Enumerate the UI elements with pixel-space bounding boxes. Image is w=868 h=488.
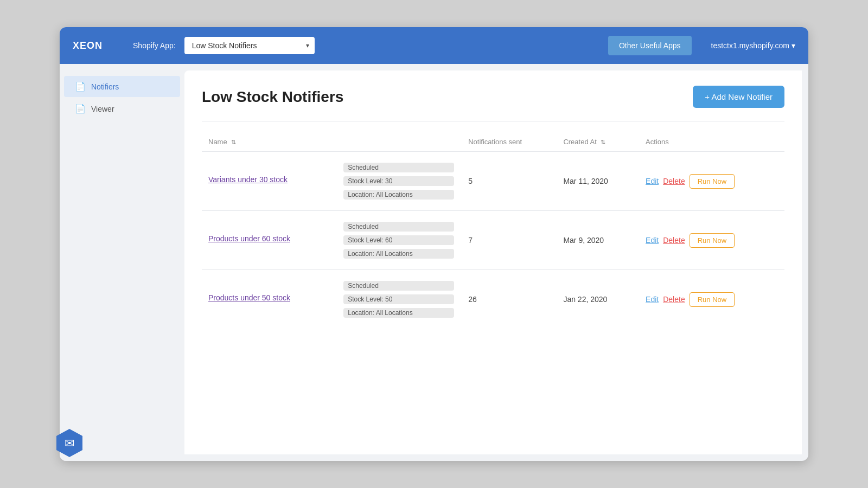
edit-button[interactable]: Edit [646, 236, 659, 245]
run-now-button[interactable]: Run Now [690, 174, 735, 189]
row-name-cell: Variants under 30 stock [202, 152, 337, 211]
row-created-at: Mar 11, 2020 [557, 152, 639, 211]
col-actions: Actions [639, 132, 784, 152]
col-created-at-label: Created At [563, 138, 596, 146]
divider [202, 121, 784, 121]
page-header: Low Stock Notifiers + Add New Notifier [202, 86, 784, 108]
row-tags-cell: ScheduledStock Level: 50Location: All Lo… [337, 270, 462, 329]
tag: Location: All Locations [343, 190, 454, 200]
table-row: Products under 50 stockScheduledStock Le… [202, 270, 784, 329]
sort-icon-created[interactable]: ⇅ [601, 139, 605, 146]
edit-button[interactable]: Edit [646, 295, 659, 304]
notifier-link[interactable]: Products under 60 stock [208, 234, 330, 243]
viewer-icon: 📄 [75, 104, 86, 114]
run-now-button[interactable]: Run Now [690, 233, 735, 248]
row-actions-cell: Edit Delete Run Now [639, 211, 784, 270]
table-row: Products under 60 stockScheduledStock Le… [202, 211, 784, 270]
app-select[interactable]: Low Stock Notifiers [184, 37, 315, 54]
tag: Stock Level: 50 [343, 294, 454, 304]
col-tags [337, 132, 462, 152]
col-name: Name ⇅ [202, 132, 337, 152]
row-created-at: Mar 9, 2020 [557, 211, 639, 270]
page-title: Low Stock Notifiers [202, 88, 343, 106]
notifiers-table: Name ⇅ Notifications sent Created At ⇅ A… [202, 132, 784, 329]
row-tags-cell: ScheduledStock Level: 30Location: All Lo… [337, 152, 462, 211]
logo: XEON [73, 40, 103, 52]
tag: Stock Level: 30 [343, 176, 454, 186]
notifier-link[interactable]: Variants under 30 stock [208, 175, 330, 184]
sidebar-item-notifiers-label: Notifiers [91, 82, 119, 91]
tag: Location: All Locations [343, 249, 454, 259]
row-notifications-sent: 26 [462, 270, 557, 329]
edit-button[interactable]: Edit [646, 177, 659, 185]
tag: Scheduled [343, 222, 454, 232]
row-name-cell: Products under 50 stock [202, 270, 337, 329]
account-chevron-icon: ▾ [792, 41, 795, 50]
other-useful-apps-button[interactable]: Other Useful Apps [608, 36, 692, 55]
app-select-wrapper[interactable]: Low Stock Notifiers ▾ [184, 37, 315, 54]
actions-group: Edit Delete Run Now [646, 292, 778, 307]
account-menu[interactable]: testctx1.myshopify.com ▾ [711, 41, 795, 50]
header: XEON Shopify App: Low Stock Notifiers ▾ … [60, 27, 808, 64]
notifier-link[interactable]: Products under 50 stock [208, 293, 330, 302]
chat-bubble-icon[interactable]: ✉ [54, 428, 85, 458]
row-actions-cell: Edit Delete Run Now [639, 152, 784, 211]
sidebar-item-viewer[interactable]: 📄 Viewer [64, 98, 180, 119]
delete-button[interactable]: Delete [663, 295, 685, 304]
row-tags-cell: ScheduledStock Level: 60Location: All Lo… [337, 211, 462, 270]
col-name-label: Name [208, 138, 227, 146]
delete-button[interactable]: Delete [663, 177, 685, 185]
main-layout: 📄 Notifiers 📄 Viewer Low Stock Notifiers… [60, 64, 808, 461]
delete-button[interactable]: Delete [663, 236, 685, 245]
sidebar-item-viewer-label: Viewer [91, 105, 114, 113]
row-notifications-sent: 7 [462, 211, 557, 270]
row-name-cell: Products under 60 stock [202, 211, 337, 270]
table-row: Variants under 30 stockScheduledStock Le… [202, 152, 784, 211]
actions-group: Edit Delete Run Now [646, 233, 778, 248]
svg-text:✉: ✉ [65, 436, 74, 450]
run-now-button[interactable]: Run Now [690, 292, 735, 307]
actions-group: Edit Delete Run Now [646, 174, 778, 189]
col-notifications-sent: Notifications sent [462, 132, 557, 152]
row-created-at: Jan 22, 2020 [557, 270, 639, 329]
col-created-at: Created At ⇅ [557, 132, 639, 152]
content-area: Low Stock Notifiers + Add New Notifier N… [184, 70, 802, 454]
account-label: testctx1.myshopify.com [711, 41, 789, 50]
sidebar: 📄 Notifiers 📄 Viewer [60, 64, 184, 461]
document-icon: 📄 [75, 81, 86, 92]
sort-icon-name[interactable]: ⇅ [231, 139, 236, 146]
shopify-label: Shopify App: [133, 41, 176, 50]
tag: Location: All Locations [343, 308, 454, 318]
tag: Stock Level: 60 [343, 235, 454, 245]
tag: Scheduled [343, 281, 454, 291]
row-actions-cell: Edit Delete Run Now [639, 270, 784, 329]
app-container: XEON Shopify App: Low Stock Notifiers ▾ … [60, 27, 808, 461]
add-new-notifier-button[interactable]: + Add New Notifier [693, 86, 784, 108]
tag: Scheduled [343, 163, 454, 172]
sidebar-item-notifiers[interactable]: 📄 Notifiers [64, 76, 180, 97]
row-notifications-sent: 5 [462, 152, 557, 211]
